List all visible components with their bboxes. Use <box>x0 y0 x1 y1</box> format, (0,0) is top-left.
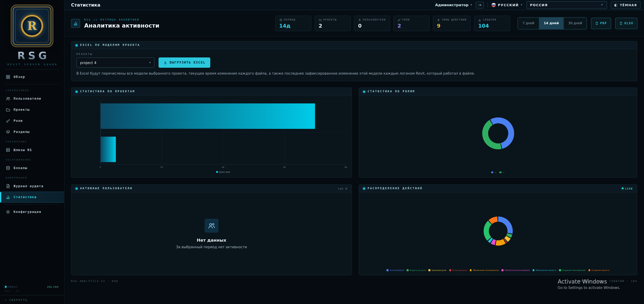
sidebar-item-label: Конфигурация <box>14 210 41 214</box>
header-kicker: RSG // МАТРИЦА АНАЛИТИКИ <box>84 18 160 21</box>
date-range-toggle: 7 дней 14 дней 30 дней <box>518 17 587 29</box>
sidebar-item-rs-gateways[interactable]: Шлюзы RS <box>0 145 64 156</box>
sidebar-item-audit-log[interactable]: Журнал аудита <box>0 181 64 192</box>
user-menu[interactable]: Администратор ▾ <box>435 3 472 7</box>
chevron-down-icon: ▾ <box>470 3 472 7</box>
user-menu-label: Администратор <box>435 3 468 7</box>
chevron-down-icon: ▾ <box>601 3 603 7</box>
theme-toggle[interactable]: ◐ ТЁМНАЯ <box>610 1 641 9</box>
legend-swatch <box>407 269 408 271</box>
nav-section-information: ИНФОРМАЦИЯ <box>0 174 64 181</box>
language-selector[interactable]: РУССКИЙ ▾ <box>492 3 523 7</box>
chart-icon <box>478 18 481 21</box>
sidebar-item-overview[interactable]: Обзор <box>0 71 64 82</box>
stat-value: 2 <box>398 22 425 29</box>
project-select[interactable]: project 4 ▾ <box>76 57 154 68</box>
stat-chips: ПЕРИОД 14д ПРОЕКТЫ 2 ПОЛЬЗОВАТЕЛИ 0 РОЛИ… <box>275 15 510 31</box>
nav-section-directories: СПРАВОЧНИКИ <box>0 86 64 93</box>
legend-item: Отзыв доступа <box>449 269 467 271</box>
empty-state-subtitle: За выбранный период нет активности <box>176 245 247 249</box>
empty-state-title: Нет данных <box>197 238 226 242</box>
sidebar-item-configuration[interactable]: Конфигурация <box>0 206 64 218</box>
live-badge: LIVE <box>622 187 633 190</box>
collapse-sidebar-button[interactable]: « СВЕРНУТЬ <box>5 296 59 301</box>
logo-ring: R <box>21 15 43 37</box>
sidebar-item-backups[interactable]: Бэкапы <box>0 163 64 174</box>
bar-project-0 <box>100 103 315 129</box>
stat-chip-period: ПЕРИОД 14д <box>275 15 311 31</box>
legend-item: — <box>491 171 496 174</box>
sidebar-item-roles[interactable]: Роли <box>0 115 64 126</box>
projects-stats-panel: СТАТИСТИКА ПО ПРОЕКТАМ 020406080 Действи… <box>71 87 352 178</box>
sidebar-item-label: Бэкапы <box>14 166 28 170</box>
actions-legend: AccessUpdatedВыдача доступаУдаление роли… <box>359 269 637 275</box>
pdf-export-button[interactable]: PDF <box>591 17 611 29</box>
project-select-value: project 4 <box>80 60 96 64</box>
stat-chip-users: ПОЛЬЗОВАТЕЛИ 0 <box>354 15 390 31</box>
legend-item: Обновление проекта <box>533 269 556 271</box>
range-7-days-button[interactable]: 7 дней <box>518 17 539 29</box>
collapse-label: СВЕРНУТЬ <box>9 298 28 301</box>
bar-project-1 <box>100 137 116 162</box>
actions-donut <box>480 213 516 249</box>
sidebar-item-users[interactable]: Пользователи <box>0 93 64 104</box>
download-icon <box>164 61 167 64</box>
sidebar-item-label: Разделы <box>14 130 30 134</box>
overview-icon <box>6 74 10 79</box>
sidebar-item-projects[interactable]: Проекты <box>0 104 64 115</box>
folder-icon <box>319 18 322 21</box>
divider <box>488 2 488 7</box>
excel-export-panel: EXCEL ПО МОДЕЛЯМ ПРОЕКТА ПРОЕКТЫ project… <box>71 41 637 81</box>
panel-dot <box>76 44 78 46</box>
sidebar-item-statistics[interactable]: Статистика <box>0 192 64 203</box>
gear-icon <box>6 210 10 214</box>
legend-item: — <box>499 171 504 174</box>
x-tick-label: 0 <box>100 166 101 168</box>
panel-title: РАСПРЕДЕЛЕНИЕ ДЕЙСТВИЙ <box>368 187 423 190</box>
gridline <box>346 101 346 164</box>
app-root: R RSG REVIT SERVER GUARD Обзор СПРАВОЧНИ… <box>0 0 644 304</box>
sidebar-item-label: Статистика <box>14 195 37 199</box>
legend-item: Обновление пользователя <box>470 269 499 271</box>
page-footer: RSG.ANALYTICS.V2 - HUD ПЕРИОД · 14Д · СО… <box>71 280 637 282</box>
bar-chart-legend: Действий <box>100 171 346 173</box>
range-30-days-button[interactable]: 30 дней <box>564 17 587 29</box>
x-axis-ticks: 020406080 <box>100 166 346 169</box>
actions-donut-chart <box>359 192 637 269</box>
export-excel-button[interactable]: ВЫГРУЗИТЬ EXCEL <box>158 57 210 68</box>
document-icon <box>6 184 10 188</box>
sidebar-item-label: Проекты <box>14 108 30 111</box>
topbar: Статистика Администратор ▾ → РУССКИЙ ▾ Р… <box>64 0 644 10</box>
page-title: Статистика <box>71 2 100 7</box>
russia-flag-icon <box>492 3 496 7</box>
divider <box>4 84 60 84</box>
stat-value: 0 <box>358 22 386 29</box>
sidebar-item-label: Пользователи <box>14 97 41 100</box>
stat-chip-action-types: ТИПЫ ДЕЙСТВИЙ 9 <box>433 15 471 31</box>
file-icon <box>619 21 623 25</box>
legend-swatch <box>428 269 430 271</box>
roles-donut <box>478 114 518 153</box>
legend-item: Создание пользователя <box>559 269 586 271</box>
main-area: Статистика Администратор ▾ → РУССКИЙ ▾ Р… <box>64 0 644 304</box>
stat-chip-projects: ПРОЕКТЫ 2 <box>314 15 351 31</box>
panel-title: EXCEL ПО МОДЕЛЯМ ПРОЕКТА <box>80 43 140 47</box>
file-icon <box>595 21 598 25</box>
header-title: Аналитика активности <box>84 22 160 28</box>
legend-swatch <box>470 269 472 271</box>
sidebar-nav: Обзор СПРАВОЧНИКИ Пользователи Проекты Р… <box>0 71 64 286</box>
region-select[interactable]: РОССИЯ ▾ <box>526 1 607 9</box>
logout-button[interactable]: → <box>476 1 484 8</box>
key-icon <box>6 118 10 123</box>
app-version: RSG · V2 <box>5 290 59 292</box>
actions-distribution-panel: РАСПРЕДЕЛЕНИЕ ДЕЙСТВИЙ LIVE AccessUpdate… <box>358 184 638 275</box>
range-14-days-button[interactable]: 14 дней <box>539 17 563 29</box>
sidebar-item-sections[interactable]: Разделы <box>0 126 64 137</box>
xlsx-export-button[interactable]: XLSX <box>615 17 638 29</box>
bar-plot <box>100 101 346 165</box>
legend-swatch <box>499 171 501 173</box>
logo-wordmark: RSG <box>0 49 64 61</box>
theme-label: ТЁМНАЯ <box>620 3 637 7</box>
logo-tagline: REVIT SERVER GUARD <box>0 63 64 66</box>
legend-swatch <box>502 269 504 271</box>
